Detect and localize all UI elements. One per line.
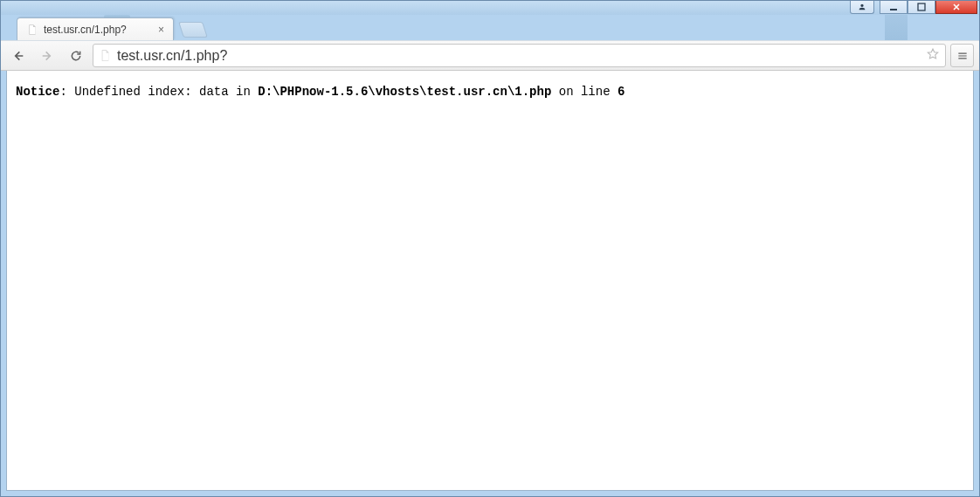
minimize-button[interactable] [880, 1, 908, 14]
browser-window: test.usr.cn/1.php? × [0, 0, 980, 497]
notice-label: Notice [16, 85, 59, 99]
address-bar[interactable] [93, 44, 946, 67]
tab-strip: test.usr.cn/1.php? × [1, 15, 979, 40]
notice-text-2: on line [551, 85, 618, 99]
arrow-right-icon [40, 49, 54, 63]
forward-button[interactable] [35, 44, 59, 68]
new-tab-button[interactable] [178, 22, 208, 38]
user-button[interactable] [850, 1, 874, 14]
svg-rect-0 [890, 9, 897, 10]
bookmark-button[interactable] [926, 47, 940, 65]
url-input[interactable] [117, 48, 921, 64]
close-button[interactable] [935, 1, 977, 14]
reload-icon [69, 49, 83, 63]
notice-text-1: : Undefined index: data in [59, 85, 258, 99]
page-icon [26, 24, 38, 36]
toolbar [1, 40, 979, 71]
user-icon [858, 3, 866, 11]
window-titlebar [1, 1, 979, 15]
minimize-icon [889, 3, 898, 11]
back-button[interactable] [6, 44, 31, 68]
maximize-icon [917, 3, 926, 11]
php-notice-line: Notice: Undefined index: data in D:\PHPn… [16, 85, 964, 99]
page-icon [99, 49, 112, 62]
close-icon [952, 3, 961, 11]
tab-close-button[interactable]: × [156, 24, 166, 36]
hamburger-icon [956, 50, 969, 62]
notice-line-number: 6 [618, 85, 625, 99]
maximize-button[interactable] [908, 1, 935, 14]
notice-path: D:\PHPnow-1.5.6\vhosts\test.usr.cn\1.php [258, 85, 551, 99]
star-icon [926, 47, 940, 61]
arrow-left-icon [11, 49, 25, 63]
tab-title: test.usr.cn/1.php? [44, 24, 127, 36]
tab-active[interactable]: test.usr.cn/1.php? × [17, 17, 174, 40]
window-shadow-right [885, 15, 908, 40]
reload-button[interactable] [64, 44, 88, 68]
page-viewport[interactable]: Notice: Undefined index: data in D:\PHPn… [6, 71, 974, 491]
menu-button[interactable] [950, 44, 974, 67]
svg-rect-1 [918, 3, 925, 10]
